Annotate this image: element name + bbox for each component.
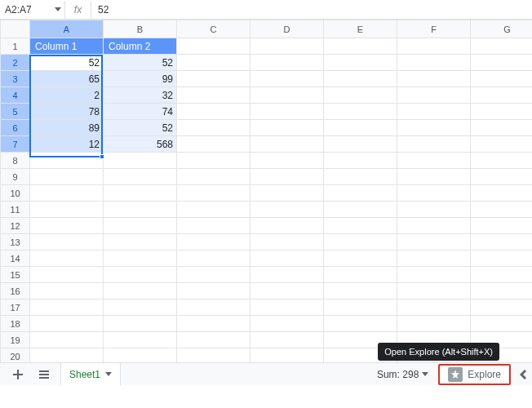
cell[interactable] bbox=[324, 87, 397, 104]
cell[interactable] bbox=[397, 136, 471, 153]
cell[interactable]: 99 bbox=[104, 71, 177, 87]
column-header[interactable]: B bbox=[104, 20, 177, 38]
cell[interactable] bbox=[324, 136, 397, 153]
cell[interactable] bbox=[177, 87, 250, 104]
cell[interactable]: 89 bbox=[30, 120, 104, 136]
spreadsheet-grid[interactable]: ABCDEFG 1Column 1Column 2252523659942325… bbox=[0, 20, 532, 385]
cell[interactable] bbox=[177, 316, 250, 332]
cell[interactable] bbox=[104, 153, 177, 169]
cell[interactable] bbox=[324, 55, 397, 71]
cell[interactable] bbox=[471, 283, 533, 299]
cell[interactable] bbox=[30, 202, 104, 218]
sheet-tab-menu-icon[interactable] bbox=[105, 372, 112, 377]
cell[interactable] bbox=[471, 55, 533, 71]
cell[interactable] bbox=[177, 38, 250, 55]
cell[interactable] bbox=[177, 120, 250, 136]
cell[interactable] bbox=[397, 202, 471, 218]
cell[interactable] bbox=[324, 218, 397, 234]
cell[interactable]: 52 bbox=[30, 55, 104, 71]
cell[interactable] bbox=[177, 169, 250, 185]
column-header[interactable]: A bbox=[30, 20, 104, 38]
cell[interactable] bbox=[104, 251, 177, 267]
column-header[interactable]: G bbox=[471, 20, 533, 38]
column-header[interactable]: F bbox=[397, 20, 471, 38]
formula-input[interactable] bbox=[91, 1, 532, 19]
cell[interactable] bbox=[471, 251, 533, 267]
cell[interactable] bbox=[250, 153, 324, 169]
cell[interactable]: 74 bbox=[104, 104, 177, 120]
cell[interactable] bbox=[104, 316, 177, 332]
row-header[interactable]: 10 bbox=[1, 185, 30, 202]
row-header[interactable]: 14 bbox=[1, 251, 30, 267]
column-header[interactable]: C bbox=[177, 20, 250, 38]
cell[interactable] bbox=[250, 267, 324, 283]
cell[interactable] bbox=[324, 251, 397, 267]
select-all-corner[interactable] bbox=[1, 20, 30, 38]
cell[interactable] bbox=[177, 267, 250, 283]
cell[interactable] bbox=[324, 283, 397, 299]
cell[interactable] bbox=[177, 153, 250, 169]
cell[interactable] bbox=[471, 104, 533, 120]
cell[interactable]: 65 bbox=[30, 71, 104, 87]
cell[interactable] bbox=[324, 38, 397, 55]
column-header[interactable]: E bbox=[324, 20, 397, 38]
cell[interactable]: 2 bbox=[30, 87, 104, 104]
cell[interactable] bbox=[471, 120, 533, 136]
name-box[interactable]: A2:A7 bbox=[0, 1, 65, 19]
cell[interactable] bbox=[250, 251, 324, 267]
cell[interactable] bbox=[250, 234, 324, 251]
cell[interactable] bbox=[30, 299, 104, 316]
cell[interactable]: 568 bbox=[104, 136, 177, 153]
cell[interactable] bbox=[324, 202, 397, 218]
cell[interactable] bbox=[250, 104, 324, 120]
cell[interactable] bbox=[471, 299, 533, 316]
row-header[interactable]: 16 bbox=[1, 283, 30, 299]
cell[interactable] bbox=[177, 299, 250, 316]
cell[interactable] bbox=[471, 218, 533, 234]
cell[interactable] bbox=[104, 202, 177, 218]
row-header[interactable]: 6 bbox=[1, 120, 30, 136]
cell[interactable] bbox=[30, 332, 104, 348]
cell[interactable] bbox=[30, 218, 104, 234]
cell[interactable] bbox=[471, 202, 533, 218]
cell[interactable] bbox=[324, 185, 397, 202]
row-header[interactable]: 15 bbox=[1, 267, 30, 283]
cell[interactable] bbox=[471, 136, 533, 153]
cell[interactable] bbox=[250, 283, 324, 299]
cell[interactable] bbox=[250, 38, 324, 55]
cell[interactable] bbox=[104, 185, 177, 202]
cell[interactable] bbox=[30, 234, 104, 251]
cell[interactable] bbox=[250, 218, 324, 234]
cell[interactable] bbox=[471, 38, 533, 55]
cell[interactable]: 32 bbox=[104, 87, 177, 104]
cell[interactable] bbox=[30, 316, 104, 332]
cell[interactable] bbox=[104, 218, 177, 234]
cell[interactable] bbox=[471, 87, 533, 104]
quicksum-button[interactable]: Sum: 298 bbox=[370, 369, 435, 380]
cell[interactable] bbox=[250, 202, 324, 218]
cell[interactable] bbox=[471, 169, 533, 185]
cell[interactable] bbox=[397, 169, 471, 185]
cell[interactable] bbox=[177, 185, 250, 202]
cell[interactable] bbox=[324, 299, 397, 316]
cell[interactable] bbox=[397, 120, 471, 136]
cell[interactable] bbox=[397, 87, 471, 104]
cell[interactable] bbox=[250, 71, 324, 87]
cell[interactable]: 52 bbox=[104, 120, 177, 136]
cell[interactable] bbox=[324, 316, 397, 332]
cell[interactable] bbox=[104, 234, 177, 251]
cell[interactable] bbox=[471, 185, 533, 202]
cell[interactable] bbox=[397, 38, 471, 55]
cell[interactable] bbox=[471, 316, 533, 332]
cell[interactable]: Column 2 bbox=[104, 38, 177, 55]
row-header[interactable]: 13 bbox=[1, 234, 30, 251]
cell[interactable] bbox=[177, 71, 250, 87]
row-header[interactable]: 4 bbox=[1, 87, 30, 104]
cell[interactable] bbox=[250, 169, 324, 185]
cell[interactable] bbox=[397, 185, 471, 202]
cell[interactable] bbox=[177, 202, 250, 218]
cell[interactable] bbox=[177, 251, 250, 267]
all-sheets-button[interactable] bbox=[34, 365, 54, 384]
cell[interactable] bbox=[324, 169, 397, 185]
cell[interactable] bbox=[30, 283, 104, 299]
